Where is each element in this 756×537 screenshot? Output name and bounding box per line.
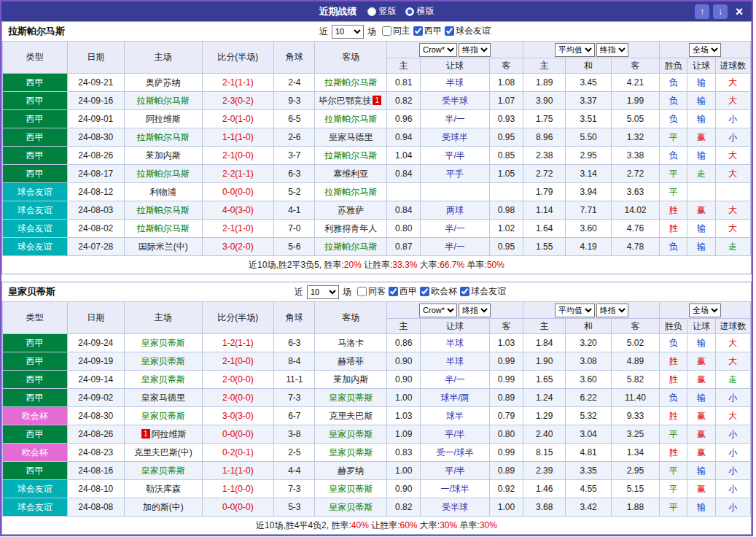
asian-home-odds: 1.03 bbox=[387, 407, 421, 425]
close-icon[interactable]: × bbox=[731, 4, 747, 20]
match-type-badge: 西甲 bbox=[3, 74, 68, 92]
asian-home-odds: 0.81 bbox=[387, 74, 421, 92]
euro-source-select[interactable]: 终指 bbox=[596, 304, 628, 317]
euro-away-odds: 1.88 bbox=[611, 498, 659, 517]
checkbox-input[interactable] bbox=[389, 287, 398, 296]
match-type-badge: 球会友谊 bbox=[3, 238, 68, 256]
match-count-select[interactable]: 10 bbox=[332, 25, 364, 39]
checkbox-input[interactable] bbox=[357, 287, 367, 296]
result-cell: 平 bbox=[660, 165, 687, 183]
euro-draw-odds: 3.42 bbox=[566, 498, 611, 517]
checkbox-input[interactable] bbox=[413, 26, 423, 36]
odds-source-select[interactable]: Crow* bbox=[419, 43, 457, 57]
result-cell: 负 bbox=[660, 92, 687, 110]
match-row: 球会友谊 24-08-02 拉斯帕尔马斯 2-1(1-0) 7-0 利雅得青年人… bbox=[3, 220, 751, 238]
handicap-line: 球半/两 bbox=[421, 389, 490, 407]
euro-source-select[interactable]: 终指 bbox=[596, 43, 628, 57]
filter-checkbox[interactable]: 球会友谊 bbox=[460, 285, 506, 298]
match-type-badge: 球会友谊 bbox=[3, 201, 68, 220]
match-row: 西甲 24-08-30 拉斯帕尔马斯 1-1(1-0) 2-6 皇家马德里 0.… bbox=[3, 128, 751, 147]
away-team: 拉斯帕尔马斯 bbox=[315, 147, 387, 165]
checkbox-input[interactable] bbox=[420, 287, 429, 296]
away-team: 苏雅萨 bbox=[315, 201, 387, 220]
filter-checkbox[interactable]: 同主 bbox=[382, 25, 410, 37]
match-row: 西甲 24-09-19 皇家贝蒂斯 2-1(0-0) 8-4 赫塔菲 0.90 … bbox=[3, 352, 751, 371]
goals-result-cell: 大 bbox=[715, 407, 750, 425]
away-team: 拉斯帕尔马斯 bbox=[315, 110, 387, 128]
result-cell: 平 bbox=[660, 462, 687, 480]
corner-score: 2-5 bbox=[274, 444, 315, 462]
euro-draw-odds: 5.32 bbox=[566, 407, 611, 425]
euro-home-odds: 2.40 bbox=[523, 425, 566, 444]
summary-segment: 单率: bbox=[464, 260, 487, 270]
asian-away-odds: 1.03 bbox=[489, 334, 523, 352]
handicap-line: 平/半 bbox=[421, 147, 490, 165]
corner-score: 4-4 bbox=[274, 462, 315, 480]
filter-checkbox[interactable]: 西甲 bbox=[389, 285, 417, 298]
checkbox-input[interactable] bbox=[382, 26, 391, 36]
corner-score: 2-6 bbox=[274, 128, 315, 147]
handicap-result-cell: 输 bbox=[687, 462, 715, 480]
match-row: 西甲 24-08-16 皇家贝蒂斯 1-1(1-0) 4-4 赫罗纳 1.00 … bbox=[3, 462, 751, 480]
home-team: 利物浦 bbox=[124, 183, 202, 201]
match-score: 1-1(0-0) bbox=[202, 480, 274, 498]
col-header-score: 比分(半场) bbox=[202, 302, 274, 334]
scope-select[interactable]: 全场 bbox=[689, 304, 721, 317]
euro-away-odds: 5.02 bbox=[611, 334, 659, 352]
away-team: 皇家马德里 bbox=[315, 128, 387, 147]
match-date: 24-09-21 bbox=[67, 74, 124, 92]
goals-result-cell: 走 bbox=[715, 371, 750, 389]
filter-checkbox[interactable]: 欧会杯 bbox=[420, 285, 457, 298]
euro-away-odds: 3.38 bbox=[611, 147, 659, 165]
view-radio-vertical[interactable]: 竖版 bbox=[367, 5, 397, 18]
corner-score: 5-3 bbox=[274, 498, 315, 517]
goals-result-cell: 小 bbox=[715, 462, 750, 480]
odds-source-select[interactable]: 终指 bbox=[459, 43, 491, 57]
filter-checkbox[interactable]: 同客 bbox=[357, 285, 386, 298]
handicap-line: 受半球 bbox=[421, 498, 490, 517]
view-radio-input[interactable] bbox=[405, 7, 414, 16]
euro-source-select[interactable]: 平均值 bbox=[555, 43, 595, 57]
move-up-button[interactable]: ↑ bbox=[695, 4, 709, 19]
euro-draw-odds: 4.55 bbox=[566, 480, 611, 498]
filter-bar: 近 10 场 同主西甲球会友谊 bbox=[65, 25, 745, 39]
col-subheader: 主 bbox=[523, 58, 566, 74]
summary-segment: 20% bbox=[344, 260, 362, 270]
checkbox-input[interactable] bbox=[460, 287, 469, 296]
result-cell: 负 bbox=[660, 147, 687, 165]
match-type-badge: 西甲 bbox=[3, 389, 68, 407]
asian-away-odds: 1.07 bbox=[489, 92, 523, 110]
euro-home-odds: 1.84 bbox=[523, 334, 566, 352]
col-subheader: 主 bbox=[387, 319, 421, 334]
euro-source-select[interactable]: 平均值 bbox=[555, 304, 595, 317]
asian-away-odds: 0.99 bbox=[489, 371, 523, 389]
asian-home-odds: 0.94 bbox=[387, 128, 421, 147]
view-radio-input[interactable] bbox=[367, 7, 376, 16]
filter-checkbox[interactable]: 球会友谊 bbox=[445, 25, 491, 37]
col-subheader: 主 bbox=[523, 319, 566, 334]
result-cell: 平 bbox=[660, 128, 687, 147]
filter-near-label: 近 bbox=[319, 26, 328, 38]
team-name: 拉斯帕尔马斯 bbox=[8, 25, 65, 38]
scope-select[interactable]: 全场 bbox=[689, 43, 721, 57]
filter-checkbox[interactable]: 西甲 bbox=[413, 25, 442, 37]
goals-result-cell: 大 bbox=[715, 165, 750, 183]
handicap-result-cell: 赢 bbox=[687, 128, 715, 147]
team-name: 皇家贝蒂斯 bbox=[8, 285, 55, 298]
handicap-line: 平手 bbox=[421, 165, 490, 183]
odds-source-select[interactable]: 终指 bbox=[459, 304, 491, 317]
checkbox-input[interactable] bbox=[445, 26, 454, 36]
match-type-badge: 西甲 bbox=[3, 462, 68, 480]
asian-away-odds: 1.05 bbox=[489, 165, 523, 183]
match-type-badge: 西甲 bbox=[3, 371, 68, 389]
match-row: 欧会杯 24-08-23 克里夫巴斯(中) 0-2(0-1) 2-5 皇家贝蒂斯… bbox=[3, 444, 751, 462]
match-count-select[interactable]: 10 bbox=[307, 285, 339, 299]
view-radio-horizontal[interactable]: 横版 bbox=[405, 5, 434, 18]
match-type-badge: 球会友谊 bbox=[3, 220, 68, 238]
match-date: 24-09-24 bbox=[67, 334, 124, 352]
move-down-button[interactable]: ↓ bbox=[713, 4, 728, 19]
asian-away-odds bbox=[489, 183, 523, 201]
odds-source-select[interactable]: Crow* bbox=[419, 304, 457, 317]
result-cell: 负 bbox=[660, 389, 687, 407]
match-row: 西甲 24-09-02 皇家马德里 2-0(0-0) 7-3 皇家贝蒂斯 1.0… bbox=[3, 389, 751, 407]
